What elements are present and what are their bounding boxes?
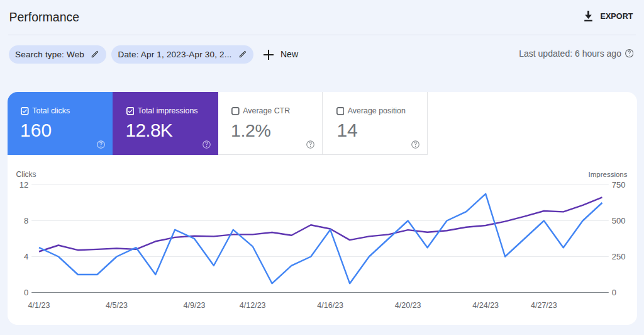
svg-text:4/9/23: 4/9/23 [184, 301, 206, 310]
svg-text:750: 750 [612, 180, 626, 190]
svg-text:12: 12 [19, 180, 28, 190]
svg-text:Impressions: Impressions [589, 171, 628, 178]
svg-text:4/24/23: 4/24/23 [472, 301, 499, 310]
svg-text:4/5/23: 4/5/23 [106, 301, 128, 310]
svg-text:0: 0 [612, 288, 616, 297]
svg-text:Clicks: Clicks [16, 170, 36, 179]
svg-text:250: 250 [612, 252, 626, 261]
svg-text:4/20/23: 4/20/23 [395, 301, 421, 310]
svg-text:4: 4 [24, 252, 28, 261]
svg-text:8: 8 [24, 216, 28, 225]
svg-text:0: 0 [24, 288, 28, 297]
svg-text:500: 500 [612, 216, 626, 225]
svg-text:4/12/23: 4/12/23 [240, 301, 266, 310]
svg-text:4/27/23: 4/27/23 [531, 301, 557, 310]
svg-text:4/1/23: 4/1/23 [28, 301, 50, 310]
svg-text:4/16/23: 4/16/23 [317, 301, 343, 310]
